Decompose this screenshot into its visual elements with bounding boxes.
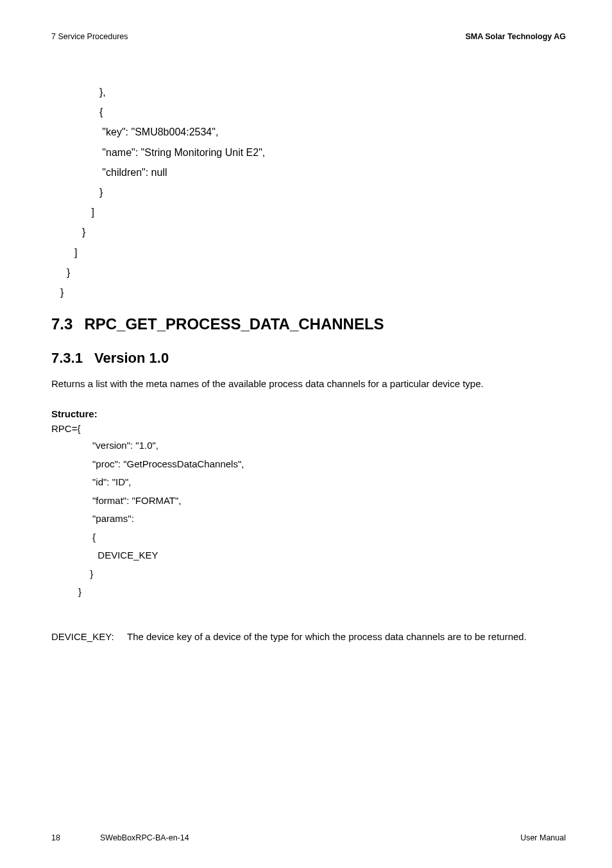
doc-id: SWebBoxRPC-BA-en-14 xyxy=(100,833,189,842)
structure-label: Structure: xyxy=(51,408,566,419)
page-number: 18 xyxy=(51,833,60,842)
section-heading-7-3: 7.3 RPC_GET_PROCESS_DATA_CHANNELS xyxy=(51,315,566,333)
paragraph: Returns a list with the meta names of th… xyxy=(51,377,566,390)
header-right: SMA Solar Technology AG xyxy=(466,32,566,41)
code-line: "children": null xyxy=(94,162,566,182)
section-number: 7.3 xyxy=(51,315,72,333)
definition-text: The device key of a device of the type f… xyxy=(127,630,566,644)
code-fragment-top: }, { "key": "SMU8b004:2534", "name": "St… xyxy=(94,82,566,302)
section-number: 7.3.1 xyxy=(51,350,83,367)
code-line: ] xyxy=(74,243,566,263)
section-title: RPC_GET_PROCESS_DATA_CHANNELS xyxy=(84,315,384,333)
section-heading-7-3-1: 7.3.1 Version 1.0 xyxy=(51,350,566,367)
code-line: } xyxy=(82,222,566,242)
code-line: } xyxy=(94,182,566,202)
footer-right: User Manual xyxy=(520,833,566,842)
rpc-line: "format": "FORMAT", xyxy=(92,492,566,510)
rpc-line: } xyxy=(78,583,566,602)
definition-row: DEVICE_KEY: The device key of a device o… xyxy=(51,630,566,644)
rpc-line: "version": "1.0", xyxy=(92,437,566,455)
rpc-line: "proc": "GetProcessDataChannels", xyxy=(92,455,566,474)
rpc-line: "id": "ID", xyxy=(92,473,566,492)
rpc-body: "version": "1.0", "proc": "GetProcessDat… xyxy=(92,437,566,602)
header-left: 7 Service Procedures xyxy=(51,32,128,41)
code-line: ] xyxy=(89,202,566,222)
code-line: "key": "SMU8b004:2534", xyxy=(94,122,566,142)
code-line: } xyxy=(67,263,566,282)
code-line: } xyxy=(60,282,566,302)
rpc-line: { xyxy=(92,528,566,547)
rpc-line: "params": xyxy=(92,510,566,528)
page-footer: 18 SWebBoxRPC-BA-en-14 User Manual xyxy=(51,833,566,842)
definition-term: DEVICE_KEY: xyxy=(51,630,127,644)
code-line: { xyxy=(94,102,566,122)
rpc-open: RPC={ xyxy=(51,423,566,434)
code-line: "name": "String Monitoring Unit E2", xyxy=(94,143,566,162)
rpc-line: } xyxy=(87,565,566,584)
code-line: }, xyxy=(94,82,566,102)
page-header: 7 Service Procedures SMA Solar Technolog… xyxy=(51,32,566,41)
rpc-line: DEVICE_KEY xyxy=(92,546,566,565)
section-title: Version 1.0 xyxy=(94,350,169,367)
